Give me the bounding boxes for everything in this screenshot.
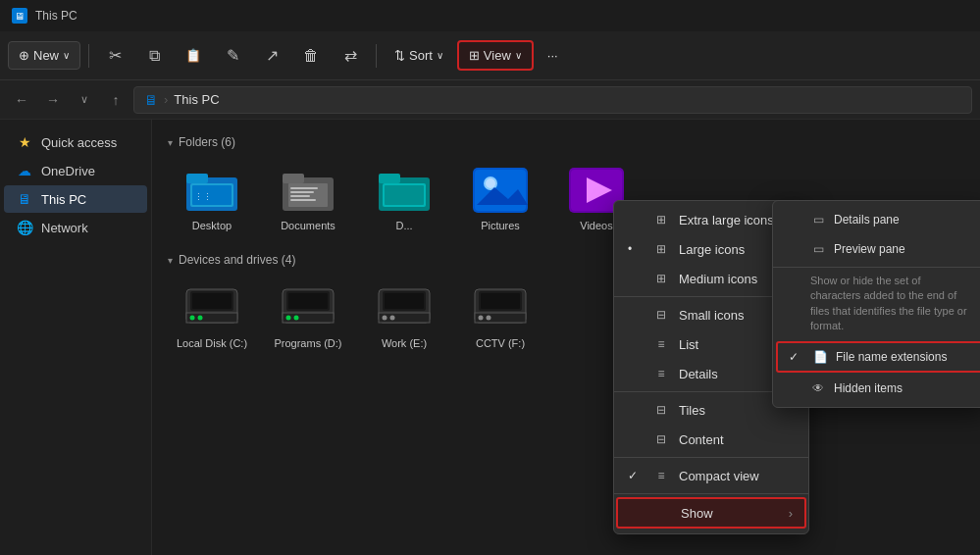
file-ext-check: ✓	[789, 350, 804, 364]
local-disk-c-icon	[181, 282, 243, 333]
large-icon: ⊞	[653, 241, 669, 257]
new-button[interactable]: ⊕ New ∨	[8, 41, 80, 70]
list-icon: ≡	[653, 336, 669, 352]
list-item[interactable]: ⋮⋮ Desktop	[168, 159, 256, 237]
title-bar: 🖥 This PC	[0, 0, 980, 31]
paste-button[interactable]: 📋	[176, 38, 211, 74]
large-check: •	[628, 242, 644, 256]
small-icon: ⊟	[653, 307, 669, 323]
up-button[interactable]: ↑	[102, 86, 129, 114]
work-e-icon	[373, 282, 436, 333]
folders-header-label: Folders (6)	[179, 135, 235, 149]
dropdown-compact-view[interactable]: ✓ ≡ Compact view	[614, 461, 808, 490]
hidden-items-label: Hidden items	[834, 381, 903, 395]
svg-point-34	[286, 316, 291, 321]
submenu-preview-pane[interactable]: ▭ Preview pane	[773, 234, 980, 264]
sort-chevron-icon: ∨	[437, 50, 443, 61]
list-item[interactable]: CCTV (F:)	[456, 277, 544, 355]
svg-point-40	[383, 316, 387, 321]
pictures-folder-label: Pictures	[481, 220, 520, 231]
d-folder-label: D...	[395, 220, 412, 231]
list-item[interactable]: Work (E:)	[360, 277, 448, 355]
desktop-folder-label: Desktop	[192, 220, 232, 231]
svg-point-47	[487, 316, 491, 321]
star-icon: ★	[16, 133, 33, 151]
sidebar: ★ Quick access ☁ OneDrive 🖥 This PC 🌐 Ne…	[0, 120, 152, 555]
svg-rect-8	[290, 187, 318, 189]
show-submenu: ▭ Details pane ▭ Preview pane Show or hi…	[772, 200, 980, 408]
address-bar[interactable]: 🖥 › This PC	[133, 86, 972, 114]
preview-pane-icon: ▭	[810, 241, 826, 257]
more-button[interactable]: ···	[538, 42, 568, 69]
share-button[interactable]: ↗	[254, 38, 289, 74]
cctv-f-label: CCTV (F:)	[476, 337, 525, 349]
svg-rect-33	[288, 293, 328, 309]
list-item[interactable]: D...	[360, 159, 448, 237]
svg-rect-13	[379, 174, 400, 183]
move-button[interactable]: ⇄	[333, 38, 368, 74]
programs-d-icon	[277, 282, 339, 333]
view-icon: ⊞	[469, 48, 480, 63]
sidebar-item-network[interactable]: 🌐 Network	[4, 214, 147, 241]
svg-rect-6	[283, 174, 304, 183]
address-text: This PC	[174, 92, 219, 107]
sidebar-network-label: Network	[41, 221, 88, 235]
drives-arrow-icon: ▾	[168, 255, 173, 266]
svg-point-46	[479, 316, 484, 321]
svg-rect-45	[481, 293, 520, 309]
sidebar-item-onedrive[interactable]: ☁ OneDrive	[4, 157, 147, 184]
back-button[interactable]: ←	[8, 86, 35, 114]
folders-section-header: ▾ Folders (6)	[168, 135, 964, 149]
copy-button[interactable]: ⧉	[136, 38, 172, 74]
list-item[interactable]: Local Disk (C:)	[168, 277, 256, 355]
svg-point-29	[198, 316, 203, 321]
svg-rect-11	[290, 199, 316, 201]
compact-icon: ≡	[653, 468, 669, 483]
rename-button[interactable]: ✎	[215, 38, 250, 74]
dropdown-content[interactable]: ⊟ Content	[614, 425, 808, 454]
address-sep: ›	[164, 92, 168, 107]
forward-button[interactable]: →	[39, 86, 67, 114]
submenu-hidden-items[interactable]: 👁 Hidden items	[773, 374, 980, 403]
folders-arrow-icon: ▾	[168, 137, 173, 148]
svg-rect-1	[186, 174, 208, 183]
submenu-details-pane[interactable]: ▭ Details pane	[773, 205, 980, 234]
view-button[interactable]: ⊞ View ∨	[457, 40, 534, 71]
list-item[interactable]: Programs (D:)	[264, 277, 352, 355]
list-item[interactable]: Documents	[264, 159, 352, 237]
small-label: Small icons	[679, 308, 744, 323]
details-icon: ≡	[653, 366, 669, 381]
d-folder-icon	[373, 165, 436, 216]
details-pane-icon: ▭	[810, 212, 826, 227]
sidebar-item-this-pc[interactable]: 🖥 This PC	[4, 185, 147, 213]
medium-label: Medium icons	[679, 272, 757, 286]
sidebar-item-quick-access[interactable]: ★ Quick access	[4, 128, 147, 156]
sort-label: Sort	[409, 48, 433, 63]
new-chevron-icon: ∨	[63, 50, 70, 61]
view-chevron-icon: ∨	[515, 50, 522, 61]
compact-check: ✓	[628, 469, 644, 482]
videos-folder-label: Videos	[580, 220, 612, 231]
recent-button[interactable]: ∨	[71, 86, 98, 114]
new-label: New	[33, 48, 59, 63]
dropdown-sep-3	[614, 457, 808, 458]
app-icon: 🖥	[12, 8, 27, 24]
dropdown-show[interactable]: Show ›	[616, 497, 806, 529]
documents-folder-icon	[277, 165, 339, 216]
cloud-icon: ☁	[16, 162, 33, 179]
preview-pane-label: Preview pane	[834, 242, 905, 256]
details-pane-label: Details pane	[834, 213, 900, 227]
content-label: Content	[679, 432, 724, 447]
extra-large-icon: ⊞	[653, 212, 669, 227]
file-ext-label: File name extensions	[836, 350, 947, 364]
submenu-file-name-extensions[interactable]: ✓ 📄 File name extensions	[776, 341, 980, 373]
tiles-icon: ⊟	[653, 402, 669, 418]
content-icon: ⊟	[653, 431, 669, 447]
sort-button[interactable]: ⇅ Sort ∨	[385, 42, 453, 69]
cut-button[interactable]: ✂	[97, 38, 132, 74]
svg-rect-10	[290, 195, 310, 197]
list-item[interactable]: Pictures	[456, 159, 544, 237]
svg-point-41	[390, 316, 395, 321]
delete-button[interactable]: 🗑	[293, 38, 329, 74]
extra-large-label: Extra large icons	[679, 213, 774, 227]
